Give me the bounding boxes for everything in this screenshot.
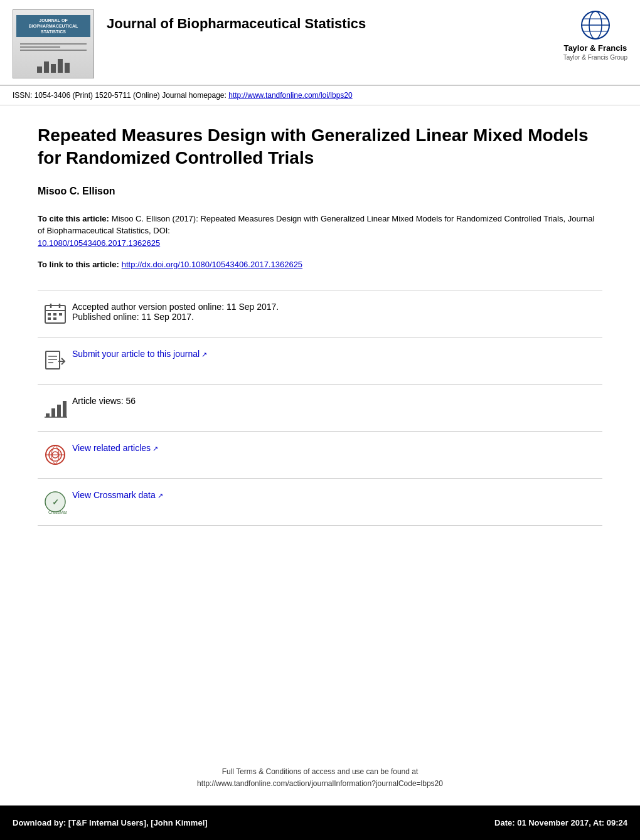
cover-bar bbox=[58, 59, 63, 73]
svg-rect-18 bbox=[46, 413, 50, 417]
issn-text: ISSN: 1054-3406 (Print) 1520-5711 (Onlin… bbox=[13, 91, 228, 100]
terms-line1: Full Terms & Conditions of access and us… bbox=[0, 766, 640, 778]
calendar-icon-container bbox=[38, 302, 72, 326]
submit-icon bbox=[43, 349, 67, 373]
submit-article-box: Submit your article to this journal bbox=[38, 337, 602, 384]
cite-doi-link[interactable]: 10.1080/10543406.2017.1362625 bbox=[38, 238, 160, 248]
crossmark-box: ✓ CrossMark View Crossmark data bbox=[38, 478, 602, 526]
published-text: Published online: 11 Sep 2017. bbox=[72, 312, 194, 322]
cover-bar bbox=[44, 61, 49, 73]
svg-rect-21 bbox=[63, 401, 67, 417]
crossmark-text: View Crossmark data bbox=[72, 490, 602, 500]
crossmark-link[interactable]: View Crossmark data bbox=[72, 490, 163, 500]
cover-bar bbox=[51, 64, 56, 73]
related-articles-link[interactable]: View related articles bbox=[72, 443, 158, 453]
journal-homepage-link[interactable]: http://www.tandfonline.com/loi/lbps20 bbox=[228, 91, 352, 100]
author-name: Misoo C. Ellison bbox=[38, 186, 602, 197]
published-info-box: Accepted author version posted online: 1… bbox=[38, 290, 602, 337]
tf-logo-area: Taylor & Francis Taylor & Francis Group bbox=[554, 9, 627, 61]
footer-terms: Full Terms & Conditions of access and us… bbox=[0, 766, 640, 790]
download-users: [T&F Internal Users], [John Kimmel] bbox=[68, 818, 208, 827]
crossmark-icon: ✓ CrossMark bbox=[43, 490, 67, 514]
link-text: http://dx.doi.org/10.1080/10543406.2017.… bbox=[122, 260, 302, 269]
svg-rect-14 bbox=[46, 351, 60, 369]
related-articles-box: View related articles bbox=[38, 431, 602, 478]
svg-rect-19 bbox=[51, 408, 55, 417]
related-icon-container bbox=[38, 443, 72, 467]
crossmark-icon-container: ✓ CrossMark bbox=[38, 490, 72, 514]
date-value: 01 November 2017, At: 09:24 bbox=[517, 818, 627, 827]
published-info-text: Accepted author version posted online: 1… bbox=[72, 302, 602, 322]
cover-decorative-line bbox=[20, 43, 87, 45]
svg-rect-9 bbox=[48, 313, 51, 316]
views-icon bbox=[43, 396, 67, 420]
terms-url[interactable]: http://www.tandfonline.com/action/journa… bbox=[197, 779, 443, 788]
citation-section: To cite this article: Misoo C. Ellison (… bbox=[38, 213, 602, 250]
article-title: Repeated Measures Design with Generalize… bbox=[38, 124, 602, 170]
svg-text:CrossMark: CrossMark bbox=[48, 510, 67, 514]
download-label: Download by: bbox=[13, 818, 66, 827]
link-label: To link to this article: bbox=[38, 260, 119, 269]
views-count: Article views: 56 bbox=[72, 396, 136, 406]
svg-rect-20 bbox=[57, 405, 61, 417]
cite-text: Misoo C. Ellison (2017): Repeated Measur… bbox=[38, 214, 594, 248]
footer-bar: Download by: [T&F Internal Users], [John… bbox=[0, 805, 640, 840]
cover-chart bbox=[37, 58, 70, 73]
link-section: To link to this article: http://dx.doi.o… bbox=[38, 258, 602, 271]
svg-text:✓: ✓ bbox=[51, 497, 58, 507]
svg-rect-12 bbox=[48, 317, 51, 320]
journal-name: Journal of Biopharmaceutical Statistics bbox=[107, 16, 554, 32]
journal-cover: JOURNAL OF BIOPHARMACEUTICAL STATISTICS bbox=[13, 9, 94, 78]
submit-article-link[interactable]: Submit your article to this journal bbox=[72, 349, 207, 359]
cover-title-line3: STATISTICS bbox=[18, 29, 89, 35]
article-views-text: Article views: 56 bbox=[72, 396, 602, 406]
cover-title-line2: BIOPHARMACEUTICAL bbox=[18, 23, 89, 29]
footer-download: Download by: [T&F Internal Users], [John… bbox=[13, 818, 208, 827]
tf-brand-name: Taylor & Francis bbox=[563, 43, 627, 54]
svg-rect-11 bbox=[59, 313, 62, 316]
svg-rect-10 bbox=[53, 313, 56, 316]
related-articles-text: View related articles bbox=[72, 443, 602, 453]
info-boxes: Accepted author version posted online: 1… bbox=[38, 290, 602, 526]
date-label: Date: bbox=[494, 818, 515, 827]
svg-rect-13 bbox=[53, 317, 56, 320]
tf-globe-icon bbox=[580, 9, 611, 41]
footer-date: Date: 01 November 2017, At: 09:24 bbox=[494, 818, 627, 827]
cover-decorative-line bbox=[20, 46, 60, 48]
cover-bar bbox=[65, 63, 70, 73]
submit-article-text: Submit your article to this journal bbox=[72, 349, 602, 359]
accepted-text: Accepted author version posted online: 1… bbox=[72, 302, 279, 312]
submit-icon-container bbox=[38, 349, 72, 373]
related-icon bbox=[43, 443, 67, 467]
page-header: JOURNAL OF BIOPHARMACEUTICAL STATISTICS … bbox=[0, 0, 640, 86]
views-icon-container bbox=[38, 396, 72, 420]
cite-label: To cite this article: bbox=[38, 214, 109, 223]
issn-bar: ISSN: 1054-3406 (Print) 1520-5711 (Onlin… bbox=[0, 86, 640, 105]
cover-decorative-line bbox=[20, 50, 87, 51]
main-content: Repeated Measures Design with Generalize… bbox=[0, 105, 640, 545]
cover-bar bbox=[37, 66, 42, 73]
cover-title-line1: JOURNAL OF bbox=[18, 18, 89, 23]
calendar-icon bbox=[43, 302, 67, 326]
article-views-box: Article views: 56 bbox=[38, 384, 602, 431]
article-link[interactable]: http://dx.doi.org/10.1080/10543406.2017.… bbox=[122, 260, 302, 269]
tf-sub-label: Taylor & Francis Group bbox=[563, 54, 627, 61]
header-title-area: Journal of Biopharmaceutical Statistics bbox=[94, 9, 554, 38]
